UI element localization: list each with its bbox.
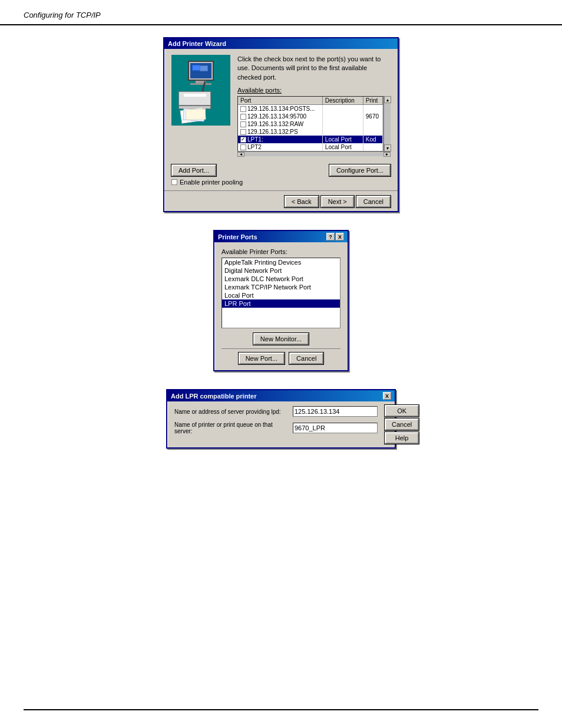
- ports-list-item[interactable]: Lexmark DLC Network Port: [222, 275, 340, 283]
- server-input[interactable]: [293, 406, 378, 417]
- scroll-h-thumb[interactable]: [244, 153, 384, 156]
- port-name-cell: 129.126.13.134:95700: [238, 113, 322, 120]
- scroll-up-arrow[interactable]: ▲: [384, 96, 391, 103]
- wizard-divider: [164, 190, 398, 191]
- ports-table: Port Description Print 129.126.13.134:PO…: [238, 97, 383, 151]
- port-print-cell: [363, 143, 382, 151]
- port-table-row[interactable]: LPT2 Local Port: [238, 143, 383, 151]
- lpr-cancel-button[interactable]: Cancel: [385, 419, 419, 430]
- port-name: 129.126.13.134:95700: [247, 113, 306, 120]
- port-name: 129.126.13.134:POSTS...: [247, 106, 315, 112]
- add-port-button[interactable]: Add Port...: [171, 164, 216, 176]
- port-table-row[interactable]: 129.126.13.134:95700 9670: [238, 113, 383, 120]
- screen-window2: [200, 65, 208, 71]
- port-checkbox[interactable]: [240, 144, 246, 150]
- queue-row: Name of printer or print queue on that s…: [174, 421, 378, 434]
- new-monitor-button[interactable]: New Monitor...: [253, 333, 309, 345]
- port-name-cell: 129.126.13.132:RAW: [238, 120, 322, 128]
- lpr-dialog-content: Name or address of server providing lpd:…: [167, 401, 395, 447]
- port-checkbox-wrapper: LPT1:: [240, 136, 320, 143]
- wizard-title: Add Printer Wizard: [168, 40, 226, 47]
- ports-list[interactable]: AppleTalk Printing DevicesDigital Networ…: [222, 258, 340, 328]
- port-table-row[interactable]: 129.126.13.134:POSTS...: [238, 105, 383, 113]
- port-table-row[interactable]: 129.126.13.132:RAW: [238, 120, 383, 128]
- available-printer-ports-label: Available Printer Ports:: [222, 248, 340, 255]
- wizard-content: Click the check box next to the port(s) …: [164, 49, 398, 162]
- printer-paper-slot: [184, 94, 206, 97]
- port-checkbox-wrapper: LPT2: [240, 144, 320, 150]
- page-title: Configuring for TCP/IP: [24, 11, 101, 19]
- ports-table-container: Port Description Print 129.126.13.134:PO…: [237, 96, 384, 151]
- page-footer: [24, 709, 538, 710]
- scroll-left-arrow[interactable]: ◄: [237, 152, 244, 157]
- available-ports-label: Available ports:: [237, 87, 391, 94]
- add-printer-wizard-dialog: Add Printer Wizard: [163, 37, 399, 212]
- port-print-cell: [363, 105, 382, 113]
- titlebar-buttons: ? X: [326, 233, 344, 241]
- cancel-button[interactable]: Cancel: [356, 196, 391, 207]
- col-header-port: Port: [238, 97, 322, 105]
- wizard-titlebar: Add Printer Wizard: [164, 38, 398, 49]
- ports-nav-row: New Port... Cancel: [222, 353, 340, 364]
- ports-cancel-button[interactable]: Cancel: [289, 353, 323, 364]
- port-table-row[interactable]: LPT1: Local Port Kod: [238, 136, 383, 143]
- port-table-row[interactable]: 129.126.13.132:PS: [238, 128, 383, 136]
- port-checkbox-wrapper: 129.126.13.132:RAW: [240, 121, 320, 127]
- new-port-button[interactable]: New Port...: [239, 353, 285, 364]
- queue-input[interactable]: [293, 423, 378, 433]
- add-lpr-dialog: Add LPR compatible printer X Name or add…: [166, 389, 396, 449]
- paper3: [186, 108, 206, 120]
- printer-ports-dialog: Printer Ports ? X Available Printer Port…: [213, 230, 349, 371]
- lpr-title: Add LPR compatible printer: [171, 393, 256, 400]
- pooling-row: Enable printer pooling: [164, 179, 398, 189]
- ports-list-item[interactable]: Lexmark TCP/IP Network Port: [222, 283, 340, 291]
- new-monitor-row: New Monitor...: [222, 333, 340, 345]
- port-name: LPT1:: [247, 136, 263, 143]
- port-name-cell: 129.126.13.132:PS: [238, 128, 322, 136]
- help-button[interactable]: ?: [326, 233, 335, 241]
- port-checkbox[interactable]: [240, 121, 246, 127]
- port-checkbox[interactable]: [240, 114, 246, 120]
- main-content: Add Printer Wizard: [0, 37, 562, 449]
- screen-window: [192, 65, 200, 71]
- port-desc-cell: [322, 105, 363, 113]
- monitor-base-bar: [190, 83, 211, 85]
- ports-list-item[interactable]: Digital Network Port: [222, 266, 340, 275]
- printer-illustration: [178, 91, 211, 109]
- scroll-down-arrow[interactable]: ▼: [384, 144, 391, 151]
- ports-divider: [222, 348, 340, 349]
- scroll-thumb[interactable]: [384, 103, 391, 144]
- col-header-print: Print: [363, 97, 382, 105]
- port-checkbox[interactable]: [240, 137, 246, 143]
- next-button[interactable]: Next >: [321, 196, 354, 207]
- close-button[interactable]: X: [336, 233, 344, 241]
- ports-list-item[interactable]: AppleTalk Printing Devices: [222, 258, 340, 266]
- port-action-buttons: Add Port... Configure Port...: [164, 162, 398, 179]
- lpr-ok-button[interactable]: OK: [385, 405, 419, 417]
- configure-port-button[interactable]: Configure Port...: [329, 164, 391, 176]
- scroll-right-arrow[interactable]: ►: [384, 152, 391, 157]
- ports-title: Printer Ports: [218, 233, 257, 241]
- lpr-help-button[interactable]: Help: [385, 432, 419, 444]
- port-name: 129.126.13.132:RAW: [247, 121, 303, 127]
- port-desc-cell: [322, 113, 363, 120]
- lpr-close-button[interactable]: X: [383, 392, 391, 400]
- monitor-screen: [190, 63, 211, 78]
- wizard-right-panel: Click the check box next to the port(s) …: [237, 55, 391, 156]
- port-checkbox[interactable]: [240, 106, 246, 112]
- wizard-instructions: Click the check box next to the port(s) …: [237, 55, 391, 82]
- wizard-illustration: [171, 55, 230, 126]
- pooling-label: Enable printer pooling: [180, 179, 243, 186]
- ports-list-item[interactable]: LPR Port: [222, 299, 340, 308]
- vertical-scrollbar[interactable]: ▲ ▼: [384, 96, 391, 151]
- queue-label: Name of printer or print queue on that s…: [174, 421, 289, 434]
- horizontal-scrollbar[interactable]: ◄ ►: [237, 151, 391, 156]
- monitor: [188, 61, 214, 81]
- back-button[interactable]: < Back: [285, 196, 319, 207]
- port-print-cell: Kod: [363, 136, 382, 143]
- port-desc-cell: [322, 120, 363, 128]
- pooling-checkbox[interactable]: [171, 179, 177, 185]
- port-checkbox[interactable]: [240, 129, 246, 135]
- ports-list-item[interactable]: Local Port: [222, 291, 340, 299]
- port-name-cell: LPT1:: [238, 136, 322, 143]
